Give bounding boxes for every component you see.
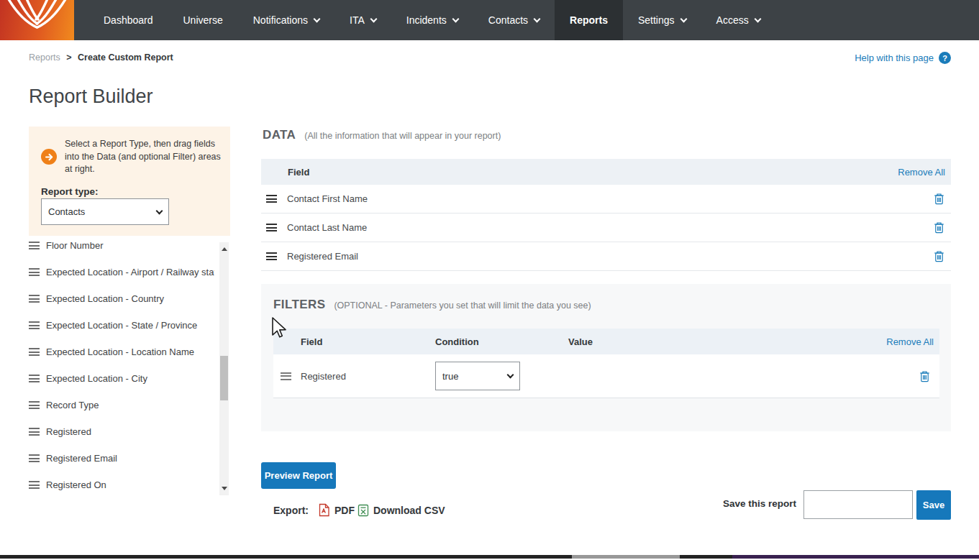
drag-handle-icon[interactable]	[29, 481, 40, 489]
instruction-text: Select a Report Type, then drag fields i…	[65, 138, 222, 176]
nav-item[interactable]: Reports	[555, 0, 623, 40]
data-section-title: DATA	[263, 128, 296, 142]
breadcrumb-current: Create Custom Report	[78, 52, 173, 63]
breadcrumb-reports-link[interactable]: Reports	[29, 52, 60, 63]
arrow-right-icon	[41, 149, 57, 165]
draggable-field-item[interactable]: Expected Location - Location Name	[29, 339, 214, 365]
filters-value-column-header: Value	[568, 336, 886, 347]
data-table-body: Contact First Name Contact Last Name R	[261, 185, 951, 271]
draggable-field-item[interactable]: Floor Number	[29, 237, 214, 259]
nav-item-label: Contacts	[488, 14, 528, 26]
data-field-row[interactable]: Registered Email	[261, 242, 951, 271]
drag-handle-icon[interactable]	[29, 321, 40, 329]
chevron-down-icon	[156, 207, 163, 214]
instruction-box: Select a Report Type, then drag fields i…	[29, 127, 230, 236]
data-section-subtitle: (All the information that will appear in…	[304, 131, 501, 141]
nav-item[interactable]: Settings	[623, 0, 701, 40]
drag-handle-icon[interactable]	[29, 242, 40, 249]
scrollbar-thumb[interactable]	[220, 356, 228, 400]
filters-table: Field Condition Value Remove All Registe…	[273, 329, 939, 398]
trash-icon[interactable]	[919, 370, 930, 382]
scroll-down-arrow-icon[interactable]	[222, 487, 227, 490]
field-item-label: Registered Email	[46, 453, 117, 464]
draggable-field-item[interactable]: Record Type	[29, 392, 214, 418]
filters-panel: FILTERS (OPTIONAL - Parameters you set t…	[261, 284, 951, 431]
data-table: Field Remove All Contact First Name Cont…	[261, 159, 951, 271]
nav-item[interactable]: Contacts	[473, 0, 555, 40]
nav-item[interactable]: Dashboard	[88, 0, 168, 40]
trash-icon[interactable]	[934, 193, 944, 205]
export-pdf-link[interactable]: PDF	[334, 505, 355, 516]
footer-segment	[572, 555, 680, 559]
drag-handle-icon[interactable]	[29, 375, 40, 382]
csv-file-icon[interactable]	[358, 504, 369, 517]
field-list-scrollbar[interactable]	[219, 242, 229, 495]
chevron-down-icon	[370, 15, 377, 22]
download-csv-link[interactable]: Download CSV	[373, 505, 445, 516]
filters-section-subtitle: (OPTIONAL - Parameters you set that will…	[334, 300, 591, 311]
app-logo-icon[interactable]	[0, 0, 74, 40]
filter-row[interactable]: Registered true	[273, 354, 939, 398]
drag-handle-icon[interactable]	[29, 348, 40, 356]
draggable-field-item[interactable]: Registered On	[29, 472, 214, 498]
nav-items: Dashboard Universe Notifications ITA	[88, 0, 775, 40]
data-section-header: DATA (All the information that will appe…	[263, 128, 501, 142]
drag-handle-icon[interactable]	[29, 268, 40, 276]
save-report-name-input[interactable]	[803, 490, 913, 519]
pdf-file-icon[interactable]	[318, 503, 330, 517]
data-field-row[interactable]: Contact First Name	[261, 185, 951, 214]
export-row: Export: PDF Download CSV	[273, 503, 445, 517]
chevron-down-icon	[452, 15, 459, 22]
trash-icon[interactable]	[934, 221, 944, 234]
nav-item-label: Universe	[183, 14, 223, 26]
drag-handle-icon[interactable]	[266, 252, 277, 260]
draggable-field-item[interactable]: Registered Email	[29, 445, 214, 472]
report-type-select[interactable]: Contacts	[41, 198, 169, 225]
drag-handle-icon[interactable]	[29, 428, 40, 436]
chevron-down-icon	[680, 15, 687, 22]
draggable-field-item[interactable]: Expected Location - City	[29, 365, 214, 392]
drag-handle-icon[interactable]	[29, 401, 40, 409]
page-title: Report Builder	[29, 86, 153, 108]
chevron-down-icon	[507, 372, 514, 379]
filters-remove-all-link[interactable]: Remove All	[886, 336, 934, 347]
nav-item[interactable]: ITA	[334, 0, 391, 40]
draggable-field-item[interactable]: Expected Location - Airport / Railway st…	[29, 259, 214, 285]
drag-handle-icon[interactable]	[266, 224, 277, 231]
available-fields-list: Floor Number Expected Location - Airport…	[29, 237, 214, 503]
save-button[interactable]: Save	[916, 490, 951, 520]
top-navbar: Dashboard Universe Notifications ITA	[0, 0, 979, 40]
draggable-field-item[interactable]: Registered	[29, 418, 214, 445]
field-item-label: Expected Location - Airport / Railway st…	[46, 267, 214, 277]
trash-icon[interactable]	[934, 250, 944, 262]
nav-item[interactable]: Access	[701, 0, 775, 40]
field-item-label: Floor Number	[46, 240, 103, 251]
data-field-label: Registered Email	[287, 251, 358, 262]
footer-bar	[0, 555, 979, 559]
question-circle-icon[interactable]: ?	[939, 52, 951, 64]
drag-handle-icon[interactable]	[266, 195, 277, 203]
drag-handle-icon[interactable]	[29, 295, 40, 303]
nav-item[interactable]: Notifications	[238, 0, 334, 40]
help-with-this-page-link[interactable]: Help with this page ?	[855, 52, 951, 64]
nav-item-label: Access	[716, 14, 749, 26]
preview-report-button[interactable]: Preview Report	[261, 462, 336, 489]
nav-item-label: Reports	[570, 14, 608, 26]
report-builder-page: Dashboard Universe Notifications ITA	[0, 0, 979, 560]
draggable-field-item[interactable]: Expected Location - Country	[29, 285, 214, 312]
nav-item-label: Settings	[638, 14, 675, 26]
nav-item-label: Dashboard	[104, 14, 153, 26]
condition-value: true	[442, 371, 458, 382]
chevron-down-icon	[314, 15, 321, 22]
drag-handle-icon[interactable]	[29, 454, 40, 462]
data-table-header: Field Remove All	[261, 159, 951, 185]
data-field-row[interactable]: Contact Last Name	[261, 214, 951, 242]
condition-select[interactable]: true	[435, 362, 520, 390]
drag-handle-icon[interactable]	[281, 372, 291, 380]
nav-item[interactable]: Incidents	[391, 0, 473, 40]
data-remove-all-link[interactable]: Remove All	[898, 167, 945, 178]
draggable-field-item[interactable]: Expected Location - State / Province	[29, 312, 214, 339]
nav-item[interactable]: Universe	[168, 0, 238, 40]
report-type-label: Report type:	[41, 186, 99, 197]
scroll-up-arrow-icon[interactable]	[222, 247, 227, 251]
